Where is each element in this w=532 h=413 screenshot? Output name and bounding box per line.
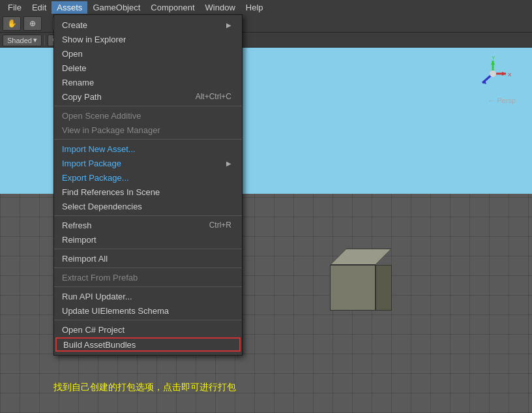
menu-item-refresh[interactable]: Refresh Ctrl+R bbox=[54, 218, 242, 232]
move-tool-button[interactable]: ⊕ bbox=[23, 16, 42, 31]
cube-front-face bbox=[330, 265, 376, 311]
annotation-text: 找到自己创建的打包选项，点击即可进行打包 bbox=[53, 382, 236, 393]
menu-item-delete[interactable]: Delete bbox=[54, 61, 242, 75]
cube-right-face bbox=[376, 265, 392, 311]
separator-6 bbox=[54, 286, 242, 287]
persp-label: ← Persp bbox=[488, 97, 516, 104]
create-arrow-icon: ▶ bbox=[226, 22, 231, 29]
menu-item-create[interactable]: Create ▶ bbox=[54, 18, 242, 32]
shaded-label: Shaded bbox=[7, 37, 32, 44]
menu-item-update-uielements[interactable]: Update UIElements Schema bbox=[54, 303, 242, 318]
separator-1 bbox=[54, 106, 242, 106]
menubar-window[interactable]: Window bbox=[200, 1, 241, 14]
menu-item-export-package[interactable]: Export Package... bbox=[54, 170, 242, 185]
menu-item-reimport-all[interactable]: Reimport All bbox=[54, 251, 242, 266]
svg-point-8 bbox=[490, 70, 496, 77]
menubar-help[interactable]: Help bbox=[241, 1, 269, 14]
menu-item-select-dependencies[interactable]: Select Dependencies bbox=[54, 199, 242, 213]
menubar-file[interactable]: File bbox=[3, 1, 27, 14]
menubar-gameobject[interactable]: GameObject bbox=[87, 1, 145, 14]
menubar-component[interactable]: Component bbox=[145, 1, 200, 14]
svg-marker-1 bbox=[502, 72, 506, 76]
menubar-assets[interactable]: Assets bbox=[52, 1, 87, 14]
menu-item-open-csharp-project[interactable]: Open C# Project bbox=[54, 322, 242, 337]
menu-item-view-in-package-manager: View in Package Manager bbox=[54, 123, 242, 137]
separator-3 bbox=[54, 215, 242, 216]
menu-item-reimport[interactable]: Reimport bbox=[54, 232, 242, 247]
import-package-arrow-icon: ▶ bbox=[226, 160, 231, 167]
menu-item-open[interactable]: Open bbox=[54, 46, 242, 61]
shaded-arrow-icon: ▾ bbox=[33, 36, 37, 44]
hand-tool-button[interactable]: ✋ bbox=[3, 16, 21, 31]
cube-object bbox=[330, 252, 389, 311]
menu-item-import-new-asset[interactable]: Import New Asset... bbox=[54, 142, 242, 156]
menu-item-extract-from-prefab: Extract From Prefab bbox=[54, 270, 242, 284]
toolbar-divider-1 bbox=[44, 35, 45, 46]
copy-path-shortcut: Alt+Ctrl+C bbox=[196, 92, 231, 101]
shaded-button[interactable]: Shaded ▾ bbox=[3, 35, 42, 46]
refresh-shortcut: Ctrl+R bbox=[209, 221, 231, 230]
menu-item-show-in-explorer[interactable]: Show in Explorer bbox=[54, 32, 242, 46]
menubar: File Edit Assets GameObject Component Wi… bbox=[0, 0, 532, 14]
separator-7 bbox=[54, 320, 242, 320]
menu-item-import-package[interactable]: Import Package ▶ bbox=[54, 156, 242, 170]
svg-text:X: X bbox=[508, 72, 512, 78]
menu-item-copy-path[interactable]: Copy Path Alt+Ctrl+C bbox=[54, 89, 242, 104]
svg-text:Y: Y bbox=[492, 55, 495, 61]
menu-item-find-references[interactable]: Find References In Scene bbox=[54, 185, 242, 199]
menubar-edit[interactable]: Edit bbox=[27, 1, 52, 14]
assets-dropdown-menu: Create ▶ Show in Explorer Open Delete Re… bbox=[53, 14, 243, 356]
separator-4 bbox=[54, 249, 242, 249]
menu-item-rename[interactable]: Rename bbox=[54, 75, 242, 89]
svg-marker-4 bbox=[491, 61, 495, 65]
menu-item-run-api-updater[interactable]: Run API Updater... bbox=[54, 289, 242, 303]
separator-2 bbox=[54, 139, 242, 140]
separator-5 bbox=[54, 268, 242, 268]
scene-gizmo: X Y bbox=[473, 54, 512, 93]
menu-item-build-assetbundles[interactable]: Build AssetBundles bbox=[55, 337, 241, 352]
menu-item-open-scene-additive: Open Scene Additive bbox=[54, 108, 242, 123]
